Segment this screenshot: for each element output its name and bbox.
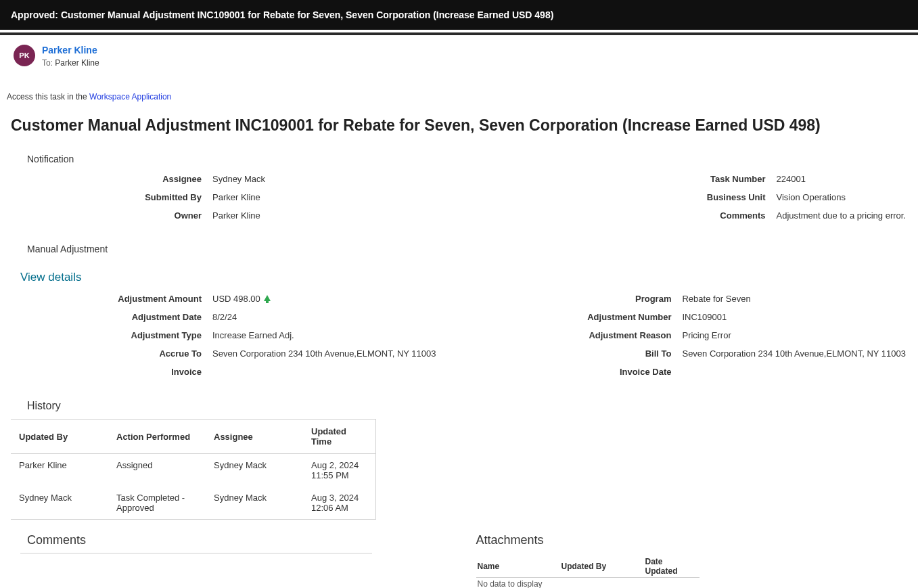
to-label: To: xyxy=(42,58,53,68)
cell-updated-by: Parker Kline xyxy=(11,454,108,487)
row-adj-reason: Adjustment Reason Pricing Error xyxy=(557,326,911,344)
cell-updated-time: Aug 2, 2024 11:55 PM xyxy=(303,454,376,487)
label-bill-to: Bill To xyxy=(557,344,676,363)
avatar: PK xyxy=(14,45,35,66)
page-title: Customer Manual Adjustment INC109001 for… xyxy=(11,116,911,135)
value-adj-number: INC109001 xyxy=(676,308,911,326)
label-program: Program xyxy=(557,290,676,308)
notification-block: Assignee Sydney Mack Submitted By Parker… xyxy=(7,170,911,225)
col-updated-time: Updated Time xyxy=(303,420,376,454)
table-row: Sydney Mack Task Completed - Approved Sy… xyxy=(11,487,376,520)
row-business-unit: Business Unit Vision Operations xyxy=(652,188,912,206)
value-comments: Adjustment due to a pricing error. xyxy=(771,206,912,225)
cell-assignee: Sydney Mack xyxy=(206,487,303,520)
section-label-manual-adjustment: Manual Adjustment xyxy=(27,244,911,254)
row-program: Program Rebate for Seven xyxy=(557,290,911,308)
value-adj-reason: Pricing Error xyxy=(676,326,911,344)
comments-attachments-row: Comments Attachments Name Updated By Dat… xyxy=(7,529,911,588)
col-date-updated: Date Updated xyxy=(644,553,699,578)
value-adj-date: 8/2/24 xyxy=(207,308,442,326)
value-task-number: 224001 xyxy=(771,170,912,188)
value-assignee: Sydney Mack xyxy=(207,170,271,188)
row-comments: Comments Adjustment due to a pricing err… xyxy=(652,206,912,225)
window-title-bar: Approved: Customer Manual Adjustment INC… xyxy=(0,0,918,30)
cell-action: Assigned xyxy=(108,454,206,487)
notification-left-table: Assignee Sydney Mack Submitted By Parker… xyxy=(7,170,271,225)
row-adj-number: Adjustment Number INC109001 xyxy=(557,308,911,326)
col-name: Name xyxy=(476,553,560,578)
col-updated-by: Updated By xyxy=(11,420,108,454)
attachments-table: Name Updated By Date Updated xyxy=(476,553,699,578)
row-accrue-to: Accrue To Seven Corporation 234 10th Ave… xyxy=(7,344,442,363)
value-invoice xyxy=(207,363,442,381)
label-adj-reason: Adjustment Reason xyxy=(557,326,676,344)
value-submitted-by: Parker Kline xyxy=(207,188,271,206)
label-accrue-to: Accrue To xyxy=(7,344,207,363)
value-invoice-date xyxy=(676,363,911,381)
value-adj-amount: USD 498.00 xyxy=(207,290,442,308)
window-title: Approved: Customer Manual Adjustment INC… xyxy=(11,9,553,20)
row-adj-date: Adjustment Date 8/2/24 xyxy=(7,308,442,326)
value-program: Rebate for Seven xyxy=(676,290,911,308)
row-assignee: Assignee Sydney Mack xyxy=(7,170,271,188)
row-owner: Owner Parker Kline xyxy=(7,206,271,225)
row-submitted-by: Submitted By Parker Kline xyxy=(7,188,271,206)
cell-action: Task Completed - Approved xyxy=(108,487,206,520)
value-accrue-to: Seven Corporation 234 10th Avenue,ELMONT… xyxy=(207,344,442,363)
label-invoice-date: Invoice Date xyxy=(557,363,676,381)
from-name[interactable]: Parker Kline xyxy=(42,45,99,55)
cell-updated-time: Aug 3, 2024 12:06 AM xyxy=(303,487,376,520)
value-bill-to: Seven Corporation 234 10th Avenue,ELMONT… xyxy=(676,344,911,363)
adjustment-left-table: Adjustment Amount USD 498.00 Adjustment … xyxy=(7,290,442,381)
label-adj-date: Adjustment Date xyxy=(7,308,207,326)
no-data-message: No data to display xyxy=(476,578,699,588)
view-details-link[interactable]: View details xyxy=(20,271,81,284)
label-adj-amount: Adjustment Amount xyxy=(7,290,207,308)
adjustment-right-table: Program Rebate for Seven Adjustment Numb… xyxy=(557,290,911,381)
divider xyxy=(20,553,372,553)
to-row: To: Parker Kline xyxy=(42,58,99,68)
label-business-unit: Business Unit xyxy=(652,188,771,206)
cell-updated-by: Sydney Mack xyxy=(11,487,108,520)
cell-assignee: Sydney Mack xyxy=(206,454,303,487)
section-label-notification: Notification xyxy=(27,154,911,164)
attachments-section: Attachments Name Updated By Date Updated… xyxy=(442,529,912,588)
row-bill-to: Bill To Seven Corporation 234 10th Avenu… xyxy=(557,344,911,363)
section-label-history: History xyxy=(27,400,911,412)
section-label-comments: Comments xyxy=(27,533,442,547)
adj-amount-text: USD 498.00 xyxy=(212,294,260,304)
workspace-application-link[interactable]: Workspace Application xyxy=(89,92,171,101)
history-block: Updated By Action Performed Assignee Upd… xyxy=(7,419,911,520)
section-label-attachments: Attachments xyxy=(476,533,912,547)
col-action: Action Performed xyxy=(108,420,206,454)
row-adj-type: Adjustment Type Increase Earned Adj. xyxy=(7,326,442,344)
label-owner: Owner xyxy=(7,206,207,225)
access-prefix: Access this task in the xyxy=(7,92,89,101)
access-line: Access this task in the Workspace Applic… xyxy=(7,92,911,101)
value-owner: Parker Kline xyxy=(207,206,271,225)
adjustment-block: Adjustment Amount USD 498.00 Adjustment … xyxy=(7,290,911,381)
table-row: Parker Kline Assigned Sydney Mack Aug 2,… xyxy=(11,454,376,487)
email-header: PK Parker Kline To: Parker Kline xyxy=(7,35,911,68)
label-assignee: Assignee xyxy=(7,170,207,188)
label-adj-number: Adjustment Number xyxy=(557,308,676,326)
label-adj-type: Adjustment Type xyxy=(7,326,207,344)
avatar-initials: PK xyxy=(19,51,29,60)
col-updated-by: Updated By xyxy=(560,553,644,578)
row-invoice-date: Invoice Date xyxy=(557,363,911,381)
row-adj-amount: Adjustment Amount USD 498.00 xyxy=(7,290,442,308)
row-invoice: Invoice xyxy=(7,363,442,381)
row-task-number: Task Number 224001 xyxy=(652,170,912,188)
label-comments: Comments xyxy=(652,206,771,225)
comments-section: Comments xyxy=(7,529,442,588)
label-submitted-by: Submitted By xyxy=(7,188,207,206)
history-table: Updated By Action Performed Assignee Upd… xyxy=(11,419,376,520)
label-task-number: Task Number xyxy=(652,170,771,188)
col-assignee: Assignee xyxy=(206,420,303,454)
label-invoice: Invoice xyxy=(7,363,207,381)
to-name: Parker Kline xyxy=(55,58,99,68)
notification-right-table: Task Number 224001 Business Unit Vision … xyxy=(652,170,912,225)
value-adj-type: Increase Earned Adj. xyxy=(207,326,442,344)
value-business-unit: Vision Operations xyxy=(771,188,912,206)
arrow-up-icon xyxy=(264,295,271,301)
